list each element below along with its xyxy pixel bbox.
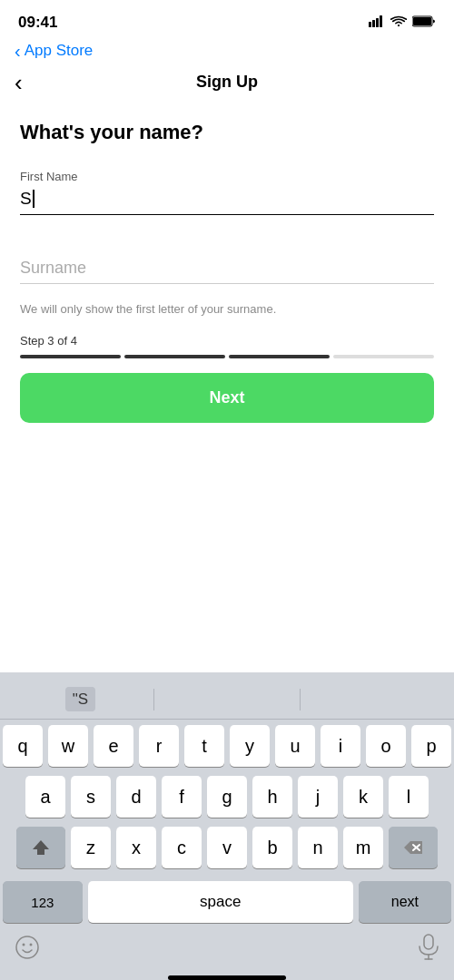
next-key[interactable]: next bbox=[359, 881, 451, 923]
app-store-back-button[interactable]: ‹ App Store bbox=[15, 42, 93, 60]
predictive-text-1: "S bbox=[65, 687, 95, 711]
key-p[interactable]: p bbox=[411, 725, 451, 767]
first-name-value: S bbox=[20, 189, 32, 209]
key-w[interactable]: w bbox=[48, 725, 88, 767]
emoji-icon[interactable] bbox=[15, 935, 40, 964]
key-k[interactable]: k bbox=[343, 776, 383, 818]
surname-input-wrapper[interactable]: Surname bbox=[20, 259, 434, 284]
key-j[interactable]: j bbox=[298, 776, 338, 818]
key-h[interactable]: h bbox=[252, 776, 292, 818]
nav-back-button[interactable]: ‹ bbox=[15, 71, 23, 94]
key-u[interactable]: u bbox=[275, 725, 315, 767]
key-row-2: a s d f g h j k l bbox=[3, 776, 451, 818]
app-store-label: App Store bbox=[25, 42, 94, 60]
text-cursor bbox=[33, 190, 35, 208]
step-bars bbox=[20, 355, 434, 358]
form-content: What's your name? First Name S Surname W… bbox=[0, 103, 454, 316]
next-button[interactable]: Next bbox=[20, 373, 434, 423]
predictive-divider-1 bbox=[153, 689, 154, 710]
surname-group: Surname bbox=[20, 259, 434, 284]
first-name-group: First Name S bbox=[20, 170, 434, 215]
battery-icon bbox=[412, 15, 436, 31]
key-v[interactable]: v bbox=[207, 827, 247, 868]
status-icons bbox=[369, 15, 436, 31]
key-g[interactable]: g bbox=[207, 776, 247, 818]
hint-text: We will only show the first letter of yo… bbox=[20, 302, 434, 316]
wifi-icon bbox=[390, 15, 407, 31]
svg-point-9 bbox=[16, 936, 38, 958]
step-bar-3 bbox=[229, 355, 330, 358]
key-row-1: q w e r t y u i o p bbox=[3, 725, 451, 767]
key-z[interactable]: z bbox=[71, 827, 111, 868]
key-l[interactable]: l bbox=[389, 776, 429, 818]
key-s[interactable]: s bbox=[71, 776, 111, 818]
predictive-bar: "S bbox=[0, 680, 454, 720]
predictive-item-1[interactable]: "S bbox=[7, 691, 153, 709]
app-store-bar: ‹ App Store bbox=[0, 40, 454, 65]
svg-rect-12 bbox=[424, 935, 433, 949]
svg-rect-2 bbox=[376, 18, 379, 27]
chevron-left-icon: ‹ bbox=[15, 42, 21, 60]
step-label: Step 3 of 4 bbox=[20, 334, 434, 348]
home-indicator bbox=[168, 975, 286, 980]
status-time: 09:41 bbox=[18, 14, 57, 32]
keyboard-icon-row bbox=[0, 928, 454, 972]
key-o[interactable]: o bbox=[366, 725, 406, 767]
svg-marker-6 bbox=[33, 840, 49, 855]
status-bar: 09:41 bbox=[0, 0, 454, 40]
nav-header: ‹ Sign Up bbox=[0, 65, 454, 103]
step-bar-4 bbox=[333, 355, 434, 358]
keyboard-rows: q w e r t y u i o p a s d f g h j k l bbox=[0, 720, 454, 881]
delete-key[interactable] bbox=[389, 827, 438, 868]
keyboard: "S q w e r t y u i o p a s d f g h j bbox=[0, 672, 454, 980]
svg-point-11 bbox=[30, 944, 33, 946]
numbers-key[interactable]: 123 bbox=[3, 881, 83, 923]
key-row-4: 123 space next bbox=[0, 881, 454, 923]
spacer bbox=[20, 233, 434, 259]
predictive-divider-2 bbox=[300, 689, 301, 710]
key-row-3: z x c v b n m bbox=[3, 827, 451, 868]
surname-placeholder: Surname bbox=[20, 259, 86, 277]
nav-title: Sign Up bbox=[196, 73, 258, 92]
key-e[interactable]: e bbox=[94, 725, 133, 767]
svg-rect-1 bbox=[372, 20, 375, 27]
key-b[interactable]: b bbox=[252, 827, 292, 868]
key-f[interactable]: f bbox=[162, 776, 202, 818]
key-d[interactable]: d bbox=[116, 776, 156, 818]
key-n[interactable]: n bbox=[298, 827, 338, 868]
space-key[interactable]: space bbox=[88, 881, 353, 923]
key-m[interactable]: m bbox=[343, 827, 383, 868]
signal-icon bbox=[369, 15, 385, 31]
svg-point-10 bbox=[23, 944, 25, 946]
key-c[interactable]: c bbox=[162, 827, 202, 868]
first-name-label: First Name bbox=[20, 170, 434, 183]
key-t[interactable]: t bbox=[184, 725, 224, 767]
first-name-input-wrapper[interactable]: S bbox=[20, 189, 434, 215]
svg-rect-5 bbox=[413, 17, 431, 25]
mic-icon[interactable] bbox=[418, 934, 439, 965]
step-bar-1 bbox=[20, 355, 121, 358]
key-i[interactable]: i bbox=[321, 725, 360, 767]
key-a[interactable]: a bbox=[25, 776, 65, 818]
svg-rect-0 bbox=[369, 22, 371, 27]
step-bar-2 bbox=[124, 355, 225, 358]
page-question: What's your name? bbox=[20, 121, 434, 144]
key-x[interactable]: x bbox=[116, 827, 156, 868]
shift-key[interactable] bbox=[16, 827, 65, 868]
key-q[interactable]: q bbox=[3, 725, 43, 767]
svg-rect-3 bbox=[380, 15, 382, 27]
key-y[interactable]: y bbox=[230, 725, 270, 767]
key-r[interactable]: r bbox=[139, 725, 179, 767]
step-section: Step 3 of 4 bbox=[0, 334, 454, 358]
